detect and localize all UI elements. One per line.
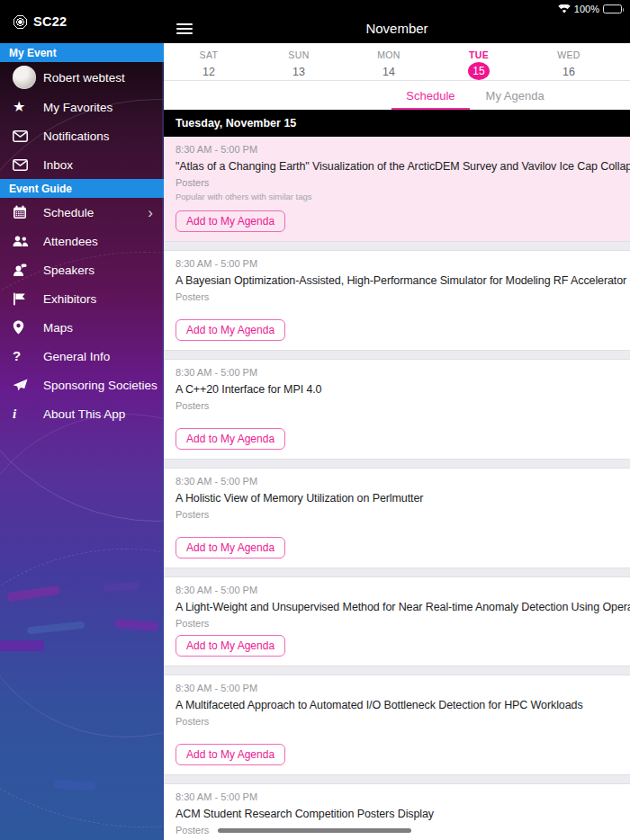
sidebar-item-schedule[interactable]: Schedule › <box>0 198 164 227</box>
date-section-header: Tuesday, November 15 <box>164 110 630 137</box>
session-title: A Bayesian Optimization-Assisted, High-P… <box>176 273 630 288</box>
speaker-icon <box>13 264 43 277</box>
session-popularity-note: Popular with others with similar tags <box>176 192 630 201</box>
date-picker-row: SAT 12 SUN 13 MON 14 TUE 15 WED 16 <box>164 43 630 81</box>
decorative-dash <box>54 780 95 791</box>
avatar <box>13 66 36 89</box>
status-bar: 100% <box>558 4 622 14</box>
calendar-icon <box>13 205 43 219</box>
add-to-agenda-button[interactable]: Add to My Agenda <box>176 428 285 450</box>
add-to-agenda-button[interactable]: Add to My Agenda <box>176 319 285 341</box>
session-list[interactable]: 8:30 AM - 5:00 PM "Atlas of a Changing E… <box>164 137 630 840</box>
tab-my-agenda[interactable]: My Agenda <box>486 81 544 110</box>
question-icon: ? <box>13 349 43 363</box>
session-type: Posters <box>176 618 630 630</box>
chevron-right-icon: › <box>148 205 153 220</box>
session-time: 8:30 AM - 5:00 PM <box>176 585 630 596</box>
session-time: 8:30 AM - 5:00 PM <box>176 683 630 694</box>
sc22-logo-text: SC22 <box>33 14 67 29</box>
star-icon: ★ <box>13 100 43 114</box>
sidebar-item-general-info[interactable]: ? General Info <box>0 342 164 371</box>
sidebar-item-about-this-app[interactable]: i About This App <box>0 399 164 428</box>
main-content: November 100% SAT 12 SUN 13 MON 14 TUE <box>164 0 630 840</box>
battery-percent: 100% <box>574 4 599 14</box>
list-divider <box>164 567 630 577</box>
decorative-dash <box>0 640 44 651</box>
day-tue-15-selected[interactable]: TUE 15 <box>434 43 524 80</box>
session-title: ACM Student Research Competition Posters… <box>176 807 630 821</box>
flag-icon <box>13 292 43 306</box>
battery-icon <box>603 4 622 13</box>
info-icon: i <box>13 407 43 421</box>
sidebar-header-my-event: My Event <box>0 43 164 62</box>
session-time: 8:30 AM - 5:00 PM <box>176 476 630 487</box>
list-divider <box>164 350 630 360</box>
day-mon-14[interactable]: MON 14 <box>344 43 434 80</box>
sidebar-item-attendees[interactable]: Attendees <box>0 227 164 255</box>
session-title: A Multifaceted Approach to Automated I/O… <box>176 698 630 712</box>
sidebar-item-speakers[interactable]: Speakers <box>0 255 164 284</box>
horizontal-scrollbar[interactable] <box>218 828 411 833</box>
hamburger-menu-icon[interactable] <box>176 23 193 37</box>
attendees-icon <box>13 236 43 247</box>
session-card[interactable]: 8:30 AM - 5:00 PM A Bayesian Optimizatio… <box>164 251 630 350</box>
session-card[interactable]: 8:30 AM - 5:00 PM A Multifaceted Approac… <box>164 675 630 774</box>
session-title: A Holistic View of Memory Utilization on… <box>176 491 630 505</box>
sidebar-item-profile[interactable]: Robert webtest <box>0 62 164 93</box>
decorative-dash <box>7 585 60 602</box>
app-screen: SC22 My Event Robert webtest ★ My Favori… <box>0 0 630 840</box>
list-divider <box>164 459 630 469</box>
wifi-icon <box>558 4 571 13</box>
sc22-logo-icon <box>13 14 28 30</box>
session-card[interactable]: 8:30 AM - 5:00 PM A C++20 Interface for … <box>164 360 630 459</box>
envelope-icon <box>13 130 43 142</box>
session-time: 8:30 AM - 5:00 PM <box>176 367 630 379</box>
add-to-agenda-button[interactable]: Add to My Agenda <box>176 537 285 559</box>
sidebar-item-my-favorites[interactable]: ★ My Favorites <box>0 93 164 121</box>
session-time: 8:30 AM - 5:00 PM <box>176 791 630 803</box>
list-divider <box>164 241 630 251</box>
day-wed-16[interactable]: WED 16 <box>524 43 614 80</box>
profile-name: Robert webtest <box>43 71 125 85</box>
session-type: Posters <box>176 400 630 412</box>
decorative-arc <box>0 549 164 840</box>
session-title: A C++20 Interface for MPI 4.0 <box>176 382 630 397</box>
decorative-dash <box>104 582 140 593</box>
session-time: 8:30 AM - 5:00 PM <box>176 258 630 270</box>
sidebar-item-maps[interactable]: Maps <box>0 313 164 342</box>
sidebar-item-exhibitors[interactable]: Exhibitors <box>0 284 164 313</box>
tab-bar: Schedule My Agenda <box>164 81 630 110</box>
session-card[interactable]: 8:30 AM - 5:00 PM "Atlas of a Changing E… <box>164 137 630 241</box>
paper-plane-icon <box>13 379 43 391</box>
add-to-agenda-button[interactable]: Add to My Agenda <box>176 635 285 657</box>
sidebar-item-notifications[interactable]: Notifications <box>0 121 164 150</box>
sidebar-item-inbox[interactable]: Inbox <box>0 150 164 179</box>
session-type: Posters <box>176 509 630 521</box>
day-sat-12[interactable]: SAT 12 <box>164 43 254 80</box>
decorative-dash <box>115 619 159 630</box>
decorative-dash <box>27 621 85 635</box>
session-card[interactable]: 8:30 AM - 5:00 PM A Light-Weight and Uns… <box>164 577 630 666</box>
top-navbar: November 100% <box>164 0 630 43</box>
envelope-icon <box>13 159 43 171</box>
map-pin-icon <box>13 320 43 335</box>
decorative-arc <box>0 414 164 737</box>
session-title: "Atlas of a Changing Earth" Visualizatio… <box>176 159 630 174</box>
session-type: Posters <box>176 291 630 303</box>
add-to-agenda-button[interactable]: Add to My Agenda <box>176 744 285 765</box>
session-time: 8:30 AM - 5:00 PM <box>176 144 630 156</box>
list-divider <box>164 666 630 675</box>
session-card[interactable]: 8:30 AM - 5:00 PM A Holistic View of Mem… <box>164 469 630 567</box>
sidebar-menu: SC22 My Event Robert webtest ★ My Favori… <box>0 0 164 840</box>
sidebar-item-sponsoring-societies[interactable]: Sponsoring Societies <box>0 371 164 399</box>
list-divider <box>164 774 630 784</box>
session-title: A Light-Weight and Unsupervised Method f… <box>176 600 630 614</box>
tab-schedule[interactable]: Schedule <box>406 81 454 110</box>
session-type: Posters <box>176 716 630 728</box>
add-to-agenda-button[interactable]: Add to My Agenda <box>176 210 285 232</box>
sidebar-header-event-guide: Event Guide <box>0 179 164 198</box>
session-type: Posters <box>176 177 630 189</box>
day-sun-13[interactable]: SUN 13 <box>254 43 344 80</box>
app-logo: SC22 <box>0 0 164 43</box>
